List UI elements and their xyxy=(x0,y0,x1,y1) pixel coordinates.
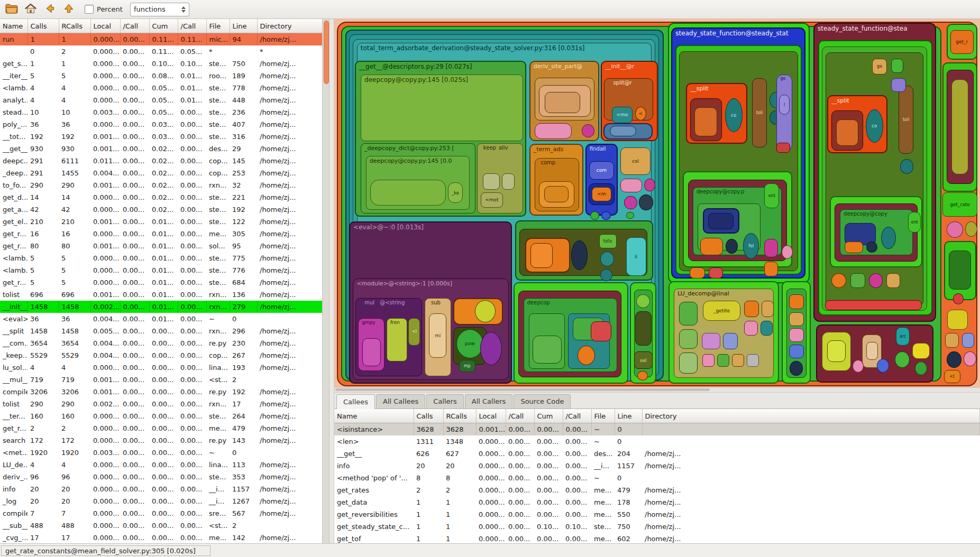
node-li[interactable]: li xyxy=(626,237,646,276)
table-row[interactable]: run110.000...0.00...0.11...0.11...mic...… xyxy=(0,33,323,46)
node-ssf1-toli[interactable]: toli xyxy=(752,78,767,147)
node-ssf2-tp1[interactable]: ge xyxy=(872,59,887,75)
node-deepcopy-145[interactable]: deepcopy@copy.py:145 [0.025s] xyxy=(361,75,523,141)
table-row[interactable]: get_a...42420.000...0.00...0.02...0.00..… xyxy=(0,203,323,216)
node-comp-inner-2[interactable] xyxy=(544,186,569,202)
column-header-call[interactable]: /Call xyxy=(506,409,534,423)
node-mp[interactable]: mp xyxy=(459,360,476,373)
node-cells-2[interactable] xyxy=(789,312,804,326)
node-lu-row-1[interactable] xyxy=(702,354,715,367)
node-fron[interactable]: fron xyxy=(387,318,407,361)
node-lu-blu[interactable] xyxy=(723,333,738,349)
node-mi[interactable]: mi xyxy=(429,313,446,358)
table-row[interactable]: get_r...220.000...0.00...0.00...0.00...m… xyxy=(0,422,323,434)
tab-all-callers[interactable]: All Callers xyxy=(465,394,513,409)
scrollbar-thumb[interactable] xyxy=(324,21,329,84)
tab-source-code[interactable]: Source Code xyxy=(514,394,571,409)
node-ssf2-row-2[interactable] xyxy=(850,273,865,288)
node-lu-lav[interactable] xyxy=(702,333,720,349)
column-header-call[interactable]: /Call xyxy=(120,19,149,33)
node-botg-oc[interactable] xyxy=(578,346,595,366)
column-header-directory[interactable]: Directory xyxy=(642,409,980,423)
node-ssf1-ent[interactable]: ent xyxy=(764,183,779,208)
column-header-file[interactable]: File xyxy=(206,19,230,33)
table-row[interactable]: to_fo...2902900.001...0.00...0.02...0.00… xyxy=(0,179,323,191)
column-header-name[interactable]: Name xyxy=(334,409,414,423)
node-me-pill[interactable]: <me xyxy=(612,107,633,123)
node-com[interactable]: com xyxy=(589,161,613,180)
tab-callees[interactable]: Callees xyxy=(336,394,375,409)
node-gmpy-inner[interactable] xyxy=(362,338,381,367)
node-right-pink[interactable] xyxy=(947,221,964,238)
node-right-paren[interactable]: <( xyxy=(944,370,961,383)
node-se-blue[interactable] xyxy=(877,359,889,373)
node-cells-1[interactable] xyxy=(789,294,804,309)
node-botg-red[interactable] xyxy=(591,321,611,341)
node-lu-g2[interactable] xyxy=(679,329,698,349)
column-header-cum[interactable]: Cum xyxy=(149,19,178,33)
column-header-name[interactable]: Name xyxy=(0,19,28,33)
table-row[interactable]: _keep...552955290.004...0.00...0.00...0.… xyxy=(0,349,323,361)
node-ssf1-cell-2[interactable] xyxy=(709,267,723,278)
node-se-gc1[interactable] xyxy=(895,351,910,368)
table-row[interactable]: stead...10100.003...0.00...0.05...0.00..… xyxy=(0,106,323,118)
column-header-local[interactable]: Local xyxy=(476,409,506,423)
table-row[interactable]: __sub__4884880.000...0.00...0.00...0.00.… xyxy=(0,519,323,532)
table-row[interactable]: __tot...1921920.001...0.00...0.03...0.00… xyxy=(0,131,323,143)
table-row[interactable]: 020.000...0.00...0.11...0.05...** xyxy=(0,45,323,58)
node-ssf1-or2[interactable] xyxy=(764,262,778,276)
node-l-pill[interactable]: <l xyxy=(408,318,420,346)
node-ssf2-row-4[interactable] xyxy=(886,273,900,288)
node-cells-3[interactable] xyxy=(789,328,804,342)
table-row[interactable]: <lamb...550.000...0.00...0.01...0.00...s… xyxy=(0,264,323,276)
node-met[interactable]: <met xyxy=(481,192,503,208)
functions-table[interactable]: NameCallsRCallsLocal/CallCum/CallFileLin… xyxy=(0,19,323,543)
table-row[interactable]: compile320632060.001...0.00...0.00...0.0… xyxy=(0,386,323,398)
column-header-local[interactable]: Local xyxy=(90,19,120,33)
node-dot-green[interactable] xyxy=(590,211,599,220)
node-ssf2-row-1[interactable] xyxy=(831,273,846,288)
table-row[interactable]: _log20200.000...0.00...0.00...0.00...__i… xyxy=(0,495,323,507)
node-ssf2-toil[interactable]: toil xyxy=(899,86,913,154)
table-row[interactable]: <method 'pop' of '...880.000...0.00...0.… xyxy=(334,472,980,484)
column-header-file[interactable]: File xyxy=(591,409,615,423)
node-botg-p1[interactable] xyxy=(533,336,562,364)
node-lu-teal[interactable] xyxy=(761,321,773,336)
node-lt-circle[interactable]: < xyxy=(635,107,646,120)
squaremap-view[interactable]: total_term_adsorbate_derivation@steady_s… xyxy=(334,19,980,387)
table-row[interactable]: __com...365436540.004...0.00...0.00...0.… xyxy=(0,337,323,349)
table-row[interactable]: <eval>36360.004...0.00...0.01...0.00...~… xyxy=(0,313,323,325)
table-row[interactable]: info20200.000...0.00...0.00...0.00...__i… xyxy=(0,483,323,495)
table-row[interactable]: poly_...36360.000...0.00...0.03...0.00..… xyxy=(0,118,323,131)
node-getr[interactable]: get_r xyxy=(950,30,974,54)
node-right-green-dark[interactable] xyxy=(949,250,971,290)
table-row[interactable]: <met...192019200.003...0.00...0.00...0.0… xyxy=(0,447,323,459)
node-ssf2-red-bar[interactable] xyxy=(825,300,922,310)
node-ssf1-l[interactable]: l xyxy=(779,95,790,115)
node-dark-circle[interactable] xyxy=(639,194,653,210)
column-header-line[interactable]: Line xyxy=(230,19,257,33)
table-row[interactable]: get_d...14140.000...0.00...0.02...0.00..… xyxy=(0,191,323,203)
node-deriv-pink[interactable] xyxy=(535,123,572,140)
node-ssf2-dc-dark[interactable] xyxy=(866,242,877,253)
node-teal-circle-1[interactable] xyxy=(600,252,614,266)
node-ssf1-fol[interactable]: fol xyxy=(743,233,759,259)
home-button[interactable] xyxy=(22,2,39,17)
node-se-yg-in[interactable] xyxy=(827,340,846,362)
node-ke[interactable]: _ke xyxy=(448,182,463,203)
node-right-c2[interactable] xyxy=(962,333,974,348)
node-ssf2-dc-teal[interactable] xyxy=(881,227,896,249)
node-lu-pink[interactable] xyxy=(744,321,758,336)
table-row[interactable]: tolist2902900.002...0.00...0.00...0.00..… xyxy=(0,398,323,410)
table-row[interactable]: __split145814580.005...0.00...0.00...0.0… xyxy=(0,325,323,337)
node-lu-row-4[interactable] xyxy=(747,354,759,367)
node-ssf1-pink[interactable] xyxy=(782,245,793,259)
table-row[interactable]: _cvg_...17170.000...0.00...0.00...0.00..… xyxy=(0,532,323,543)
node-ssf2-dc-orange[interactable] xyxy=(845,242,863,253)
table-row[interactable]: __get__9309300.001...0.00...0.02...0.00.… xyxy=(0,143,323,155)
column-header-rcalls[interactable]: RCalls xyxy=(59,19,90,33)
table-row[interactable]: <lamb...550.000...0.00...0.01...0.00...s… xyxy=(0,252,323,264)
node-sel[interactable]: sel xyxy=(634,351,653,369)
node-se-tan-in[interactable] xyxy=(866,342,878,360)
node-dot-blue[interactable] xyxy=(601,211,610,220)
